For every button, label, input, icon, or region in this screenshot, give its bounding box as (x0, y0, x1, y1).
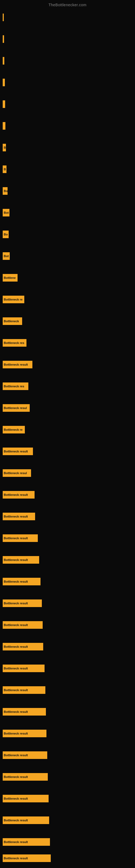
bar-row: Bottleneck result (3, 447, 33, 455)
bar-row: Bo (3, 187, 8, 195)
bar: Bot (3, 252, 10, 260)
bar-label: Bottleneck res (4, 384, 24, 388)
bar-label: Bottleneck resul (4, 406, 27, 410)
bar: Bottleneck resul (3, 469, 31, 477)
bar: B (3, 144, 6, 151)
bar-row (3, 79, 5, 86)
bar-row: Bot (3, 209, 9, 216)
chart-area: TheBottlenecker.com BBBoBotBoBotBottlene… (0, 0, 135, 868)
bar-row: Bottleneck result (3, 621, 43, 629)
bar: Bottleneck re (3, 426, 25, 433)
bar-label: Bottleneck re (4, 298, 23, 301)
bar-label: Bottleneck result (4, 363, 28, 366)
bar-row: Bottleneck re (3, 296, 24, 303)
bar: Bottleneck result (3, 855, 51, 862)
bar-label: Bottleneck result (4, 450, 28, 453)
bar-row: Bottleneck result (3, 773, 48, 781)
bar-label: Bottleneck result (4, 797, 28, 800)
bar-label: Bottleneck res (4, 341, 24, 344)
bar: Bottleneck result (3, 751, 47, 759)
bar-row: Bo (3, 230, 9, 238)
bar-row: Bottleneck result (3, 855, 51, 862)
bar-row: Bottleneck result (3, 491, 35, 499)
bar-row (3, 122, 5, 130)
bar-row (3, 13, 4, 21)
bar (3, 57, 4, 65)
bar-row (3, 100, 5, 108)
bar-label: Bottleneck result (4, 840, 28, 844)
bar-label: B (4, 167, 6, 171)
bar-row: Bottleneck result (3, 730, 46, 737)
bar-row: Bottleneck result (3, 534, 38, 542)
bar-label: Bottleneck result (4, 710, 28, 713)
bar: Bottleneck (3, 317, 22, 325)
bar-row: Bottleneck (3, 317, 22, 325)
site-title: TheBottlenecker.com (0, 0, 135, 8)
bar-label: Bottleneck result (4, 857, 28, 860)
bar-row: Bottleneck result (3, 838, 50, 846)
bar: Bottleneck result (3, 664, 45, 672)
bar-row: B (3, 144, 6, 151)
bar (3, 35, 4, 43)
bar-label: Bottleneck resul (4, 471, 27, 475)
bar-row: Bottleneck res (3, 382, 28, 390)
bar-label: Bottleneck result (4, 645, 28, 648)
bar-row: Bottleneck result (3, 708, 46, 716)
bar-row: Bottleneck result (3, 513, 35, 520)
bar (3, 122, 5, 130)
bar-row: Bottleneck res (3, 339, 27, 347)
bar-row: Bottleneck result (3, 599, 42, 607)
bar-label: Bo (4, 233, 8, 236)
bar: Bottleneck res (3, 339, 27, 347)
bar: Bottleneck result (3, 643, 43, 650)
bar-row: Bottleneck result (3, 795, 49, 802)
bar: Bottleneck result (3, 491, 35, 499)
bar-label: Bottleneck result (4, 558, 28, 561)
bar-label: Bottleneck result (4, 580, 28, 583)
bar: Bottleneck result (3, 578, 41, 585)
bar-row (3, 35, 4, 43)
bar (3, 79, 5, 86)
bar: Bottleneck result (3, 708, 46, 716)
bar: Bottleneck result (3, 599, 42, 607)
bar-row: Bottlene (3, 274, 17, 282)
bar-label: Bottleneck result (4, 667, 28, 670)
bar-label: Bot (4, 211, 9, 214)
bar-row: Bottleneck resul (3, 469, 31, 477)
bar: Bottleneck result (3, 730, 46, 737)
bar-label: Bottleneck result (4, 818, 28, 822)
bar: Bo (3, 187, 8, 195)
bar-row: Bottleneck result (3, 751, 47, 759)
bar: Bottleneck result (3, 621, 43, 629)
bar: Bottleneck result (3, 534, 38, 542)
bar: Bot (3, 209, 9, 216)
bar-label: Bottlene (4, 276, 16, 279)
bar: Bottleneck result (3, 773, 48, 781)
bar (3, 13, 4, 21)
bar-label: Bottleneck re (4, 428, 23, 431)
bar-label: Bottleneck result (4, 753, 28, 757)
bar-label: Bottleneck result (4, 775, 28, 778)
bar-label: Bottleneck result (4, 493, 28, 496)
bar-row: Bottleneck result (3, 361, 32, 368)
bar-label: Bottleneck result (4, 688, 28, 692)
bar: Bottleneck result (3, 686, 45, 694)
bar-row: Bottleneck result (3, 643, 43, 650)
bar-row: Bottleneck re (3, 426, 25, 433)
bar-row: Bot (3, 252, 10, 260)
bar: Bottleneck result (3, 513, 35, 520)
bar-label: Bottleneck result (4, 601, 28, 605)
bar: Bottleneck re (3, 296, 24, 303)
bar-row: Bottleneck result (3, 816, 49, 824)
bar: Bottlene (3, 274, 17, 282)
bar: Bottleneck result (3, 816, 49, 824)
bar-row (3, 57, 4, 65)
bar: Bottleneck result (3, 447, 33, 455)
bar-row: Bottleneck result (3, 578, 41, 585)
bar: Bottleneck result (3, 361, 32, 368)
bar-label: Bottleneck result (4, 536, 28, 540)
bar-label: B (4, 146, 6, 149)
bar-label: Bot (4, 254, 9, 258)
bar: Bottleneck result (3, 556, 39, 564)
bar-row: Bottleneck result (3, 664, 45, 672)
